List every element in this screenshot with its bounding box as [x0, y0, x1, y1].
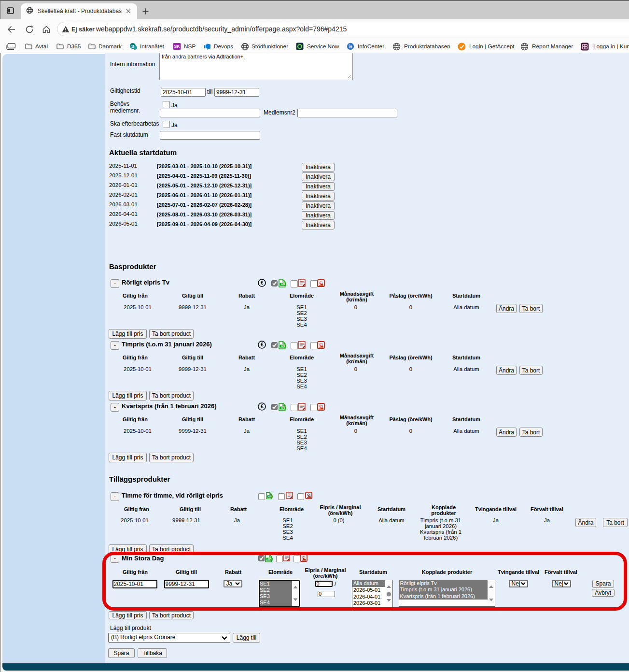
svg-text:API: API	[281, 283, 285, 286]
svg-text:SK: SK	[174, 44, 181, 49]
svg-text:API: API	[281, 407, 285, 409]
svg-text:API: API	[268, 495, 272, 498]
svg-text:€: €	[261, 342, 264, 347]
svg-text:€: €	[261, 404, 264, 409]
svg-text:S: S	[131, 43, 134, 49]
svg-text:ie: ie	[349, 44, 352, 49]
svg-text:€: €	[261, 280, 264, 286]
svg-text:API: API	[281, 345, 285, 347]
